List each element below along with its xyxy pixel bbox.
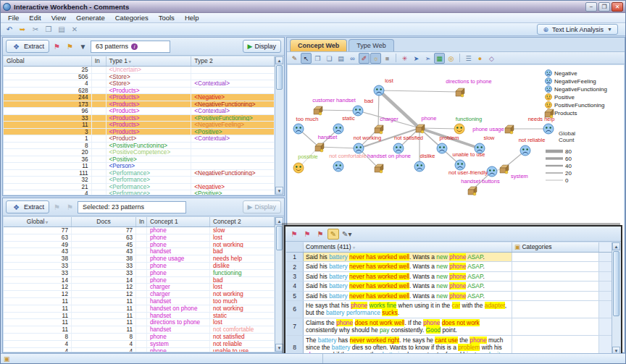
graph-node-directions-to-phone[interactable]: directions to phone [446,78,491,97]
generate-arrow-icon[interactable]: ➥ [17,24,28,35]
edit-categories-icon[interactable]: ✎ [327,229,339,240]
delete-icon[interactable]: ✕ [69,24,80,35]
comment-row[interactable]: 7Claims the phone does not work well. If… [286,318,612,336]
concept-pattern-row[interactable]: 3333phonedislike [4,263,275,270]
comment-row[interactable]: 6He says that his phone works fine when … [286,301,612,318]
collapse-annotations-icon[interactable]: ⚑ [301,229,313,240]
pattern-row[interactable]: 244<Products><Negative> [4,94,275,101]
select-arrow-icon[interactable]: ↖ [301,53,312,64]
comment-row[interactable]: 2Said his battery never has worked well.… [286,262,612,271]
display-button[interactable]: ▶ Display [243,40,281,53]
graph-node-not-satisfied[interactable]: not satisfied [393,135,423,153]
annotation-mode-dropdown[interactable]: ✎▾ [341,229,353,240]
graph-node-handset[interactable]: handset [315,134,338,152]
concept-pattern-row[interactable]: 6363phonelost [4,234,275,242]
graph-node-customer-handset[interactable]: customer handset [312,97,356,115]
concept-pattern-row[interactable]: 1111handsetstatic [4,313,275,320]
scroll-thumb[interactable] [276,226,283,250]
pattern-row[interactable]: 32<Performance> [4,177,275,184]
column-header-concept-2[interactable]: Concept 2 [210,217,275,227]
minimize-button[interactable]: − [585,2,597,12]
graph-node-lost[interactable]: lost [374,77,394,96]
pattern-row[interactable]: 1<Product><Contextual> [4,135,275,143]
pattern-row[interactable]: 506<Store> [4,74,275,81]
graph-node-needs-help[interactable]: needs help [528,116,555,134]
lightbulb-icon[interactable]: ☼ [370,53,381,64]
pattern-row[interactable]: 21<Performance><Negative> [4,184,275,191]
tab-type-web[interactable]: Type Web [349,39,393,51]
magic-wand-icon[interactable]: ✳ [399,53,410,64]
category-icon[interactable]: ⚑ [64,43,75,51]
concept-pattern-row[interactable]: 44phoneunable to use [4,348,275,352]
pattern-row[interactable]: 8<PositiveFunctioning> [4,143,275,150]
graph-node-phone-usage[interactable]: phone usage [472,125,514,134]
pattern-row[interactable]: 3<Products><Positive> [4,129,275,136]
legend-icon[interactable]: ☰ [463,53,474,64]
scroll-up-icon[interactable]: ▲ [612,242,620,250]
concept-pattern-row[interactable]: 1212chargerlost [4,284,275,291]
graph-node-dislike[interactable]: dislike [414,153,435,172]
concept-pattern-row[interactable]: 4343handsetbad [4,248,275,255]
concept-pattern-row[interactable]: 88phonenot satisfied [4,334,275,341]
scroll-down-icon[interactable]: ▼ [275,344,283,352]
scroll-thumb[interactable] [276,65,283,90]
scroll-down-icon[interactable]: ▼ [275,187,283,195]
pattern-row[interactable]: 20<PositiveCompetence> [4,149,275,156]
pattern-row[interactable]: 33<Products><PositiveFunctioning> [4,115,275,122]
categories-column-header[interactable]: ▣ Categories [512,242,599,252]
tab-concept-web[interactable]: Concept Web [290,39,347,51]
node-shape-icon[interactable]: ◇ [486,53,497,64]
graph-node-unable-to-use[interactable]: unable to use [452,151,485,170]
concepts-scrollbar[interactable]: ▲ ▼ [275,217,283,352]
pattern-row[interactable]: 628<Products> [4,88,275,95]
map-icon[interactable]: ⚑ [51,43,62,51]
graph-node-not-comfortable[interactable]: not comfortable [329,153,367,172]
pattern-row[interactable]: 11<Products><NegativeFeeling> [4,122,275,129]
graph-node-not-working[interactable]: not working [354,135,381,153]
menu-file[interactable]: File [4,13,23,22]
concept-pattern-row[interactable]: 1111handsetnot comfortable [4,326,275,334]
menu-tools[interactable]: Tools [154,13,179,22]
scroll-thumb[interactable] [613,251,619,316]
pattern-row[interactable]: 36<Positive> [4,156,275,164]
pattern-row[interactable]: 111<Performance><NegativeFunctioning> [4,170,275,177]
pattern-row[interactable]: 4<Store><Contextual> [4,80,275,88]
copy-special-icon[interactable]: ❏ [324,53,335,64]
circle-layout-icon[interactable]: ◎ [446,53,456,64]
graph-node-static[interactable]: static [333,115,355,134]
display-button-disabled[interactable]: ▶ Display [243,200,281,213]
copy-icon[interactable]: ❐ [43,24,54,35]
concept-pattern-row[interactable]: 1111handsettoo much [4,298,275,305]
concept-pattern-row[interactable]: 3838phone usageneeds help [4,255,275,263]
paste-icon[interactable]: ▤ [56,24,67,35]
concept-web-graph[interactable]: lostdirections to phonecustomer handsetb… [288,65,624,226]
concept-pattern-row[interactable]: 1414phonebad [4,277,275,284]
pattern-row[interactable]: 173<Products><NegativeFunctioning> [4,101,275,109]
concept-pattern-row[interactable]: 1212chargernot working [4,291,275,298]
info-icon[interactable]: i [131,43,138,50]
menu-generate[interactable]: Generate [72,13,109,22]
graph-node-too-much[interactable]: too much [293,116,318,134]
comments-column-header[interactable]: Comments (411) ▿ [304,242,512,252]
column-header-type-2[interactable]: Type 2 [191,56,275,66]
graph-node-system[interactable]: system [500,165,528,179]
color-grid-icon[interactable]: ▦ [434,53,445,64]
copy-icon[interactable]: ❐ [312,53,323,64]
pattern-row[interactable]: 4<Performance><Positive> [4,190,275,195]
menu-help[interactable]: Help [180,13,204,22]
graph-node-handset-on-phone[interactable]: handset on phone [367,153,411,173]
comment-row[interactable]: 1Said his battery never has worked well.… [286,253,612,262]
extract-button[interactable]: ❖ Extract [6,40,49,53]
concept-pattern-row[interactable]: 1111handset on phonenot working [4,305,275,313]
column-header-in[interactable]: In [136,217,147,227]
close-button[interactable]: ✕ [612,2,623,12]
graph-node-not-reliable[interactable]: not reliable [519,137,546,156]
mark-categories-icon[interactable]: ⚑ [314,229,326,240]
menu-edit[interactable]: Edit [25,13,45,22]
add-links-icon[interactable]: ➣ [422,53,433,64]
comment-row[interactable]: 5Said his battery never has worked well.… [286,292,612,301]
scroll-up-icon[interactable]: ▲ [275,217,283,225]
comment-row[interactable]: 3Said his battery never has worked well.… [286,272,612,282]
concept-pattern-row[interactable]: 7777phoneslow [4,227,275,234]
concept-pattern-row[interactable]: 3333phonefunctioning [4,270,275,277]
